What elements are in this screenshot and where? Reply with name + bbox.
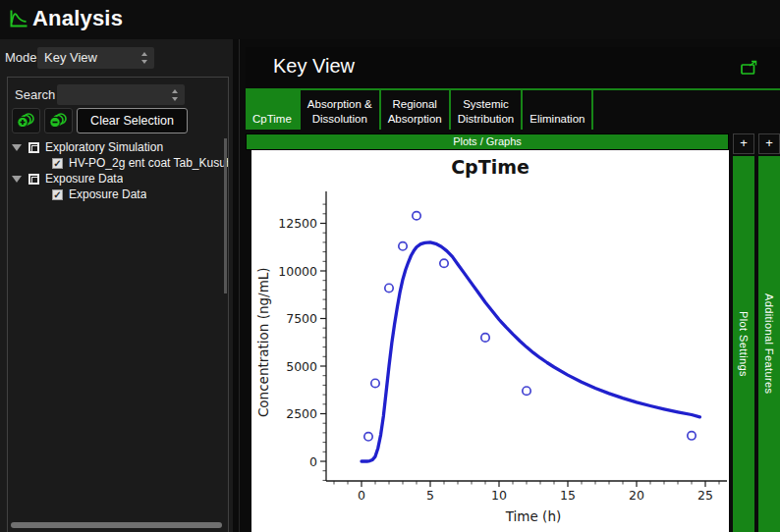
tree-item-label: HV-PO_2g ent coat Tab_Kusuhara — [69, 156, 229, 170]
svg-text:10000: 10000 — [278, 264, 317, 279]
svg-text:10: 10 — [491, 488, 507, 503]
checkbox-checked[interactable] — [52, 158, 63, 169]
plot-settings-strip-body[interactable]: Plot Settings — [733, 156, 754, 532]
tree-item-exposure-data[interactable]: Exposure Data — [8, 171, 229, 186]
coins-minus-icon — [48, 112, 69, 130]
tree-item-exploratory-simulation[interactable]: Exploratory Simulation — [8, 139, 229, 155]
tab-elimination[interactable]: Elimination — [523, 90, 593, 130]
additional-features-expand-button[interactable]: + — [758, 133, 780, 154]
mode-dropdown[interactable]: Key View — [37, 47, 154, 69]
key-view-title: Key View — [273, 55, 355, 78]
checkbox-indeterminate[interactable] — [28, 174, 39, 185]
tab-regional-absorption[interactable]: Regional Absorption — [381, 90, 451, 130]
tree-item-exposure-data-child[interactable]: Exposure Data — [8, 186, 229, 202]
svg-text:0: 0 — [358, 488, 365, 503]
coins-plus-icon — [16, 112, 36, 130]
cptime-chart: 051015202502500500075001000012500Time (h… — [251, 176, 729, 532]
search-dropdown[interactable] — [57, 84, 185, 105]
svg-text:25: 25 — [697, 488, 713, 503]
check-all-button[interactable] — [12, 108, 40, 133]
chart-title: CpTime — [251, 150, 729, 176]
svg-text:15: 15 — [560, 488, 576, 503]
svg-text:Concentration (ng/mL): Concentration (ng/mL) — [255, 267, 271, 417]
svg-text:2500: 2500 — [286, 406, 317, 421]
search-label: Search — [15, 87, 55, 102]
plots-column: Plots / Graphs CpTime 051015202502500500… — [246, 133, 729, 532]
plots-graphs-bar: Plots / Graphs — [246, 133, 729, 150]
additional-features-strip-body[interactable]: Additional Features — [758, 156, 780, 532]
clear-selection-button[interactable]: Clear Selection — [77, 108, 188, 133]
dropdown-spinner-icon[interactable] — [172, 89, 179, 101]
tree-item-label: Exploratory Simulation — [45, 140, 163, 154]
selection-tree-panel: Search Clear Selection — [7, 77, 229, 532]
svg-text:5000: 5000 — [286, 359, 317, 374]
tree-item-label: Exposure Data — [45, 172, 123, 186]
plot-settings-expand-button[interactable]: + — [733, 133, 754, 154]
sidebar-main-divider — [239, 39, 240, 532]
mode-dropdown-value: Key View — [44, 50, 97, 65]
popout-window-icon[interactable] — [740, 60, 758, 76]
pk-curve-logo-icon — [8, 8, 29, 29]
tab-systemic-distribution[interactable]: Systemic Distribution — [451, 90, 524, 130]
tab-cptime[interactable]: CpTime — [246, 90, 301, 130]
svg-text:7500: 7500 — [286, 311, 317, 326]
svg-text:12500: 12500 — [278, 216, 317, 231]
svg-text:Time (h): Time (h) — [505, 508, 561, 524]
key-view-content: Plots / Graphs CpTime 051015202502500500… — [246, 133, 780, 532]
uncheck-all-button[interactable] — [44, 108, 73, 133]
app-title: Analysis — [32, 6, 123, 31]
mode-label: Mode — [5, 50, 37, 65]
main-panel: Key View CpTime Absorption & Dissolution… — [246, 47, 780, 532]
svg-text:20: 20 — [629, 488, 644, 503]
checkbox-indeterminate[interactable] — [28, 142, 39, 153]
svg-text:0: 0 — [309, 454, 317, 469]
selection-tree: Exploratory Simulation HV-PO_2g ent coat… — [8, 139, 229, 202]
additional-features-label: Additional Features — [763, 293, 775, 394]
caret-down-icon[interactable] — [12, 144, 22, 151]
plot-settings-strip: + Plot Settings — [733, 133, 754, 532]
additional-features-strip: + Additional Features — [758, 133, 780, 532]
key-view-tabbar: CpTime Absorption & Dissolution Regional… — [246, 88, 780, 130]
key-view-header: Key View — [246, 47, 780, 88]
tree-vertical-scrollbar[interactable] — [224, 138, 227, 293]
tree-horizontal-scrollbar[interactable] — [11, 522, 222, 528]
dropdown-spinner-icon[interactable] — [141, 52, 148, 64]
svg-text:5: 5 — [426, 488, 434, 503]
cptime-chart-panel: CpTime 051015202502500500075001000012500… — [251, 150, 729, 532]
tree-item-simulation-child[interactable]: HV-PO_2g ent coat Tab_Kusuhara — [8, 155, 229, 171]
tab-absorption-dissolution[interactable]: Absorption & Dissolution — [301, 90, 381, 130]
app-header: Analysis — [0, 0, 780, 39]
caret-down-icon[interactable] — [12, 176, 22, 183]
sidebar: Mode Key View Search — [0, 39, 233, 532]
checkbox-checked[interactable] — [52, 189, 63, 200]
plot-settings-label: Plot Settings — [738, 311, 750, 377]
tree-item-label: Exposure Data — [69, 187, 146, 201]
